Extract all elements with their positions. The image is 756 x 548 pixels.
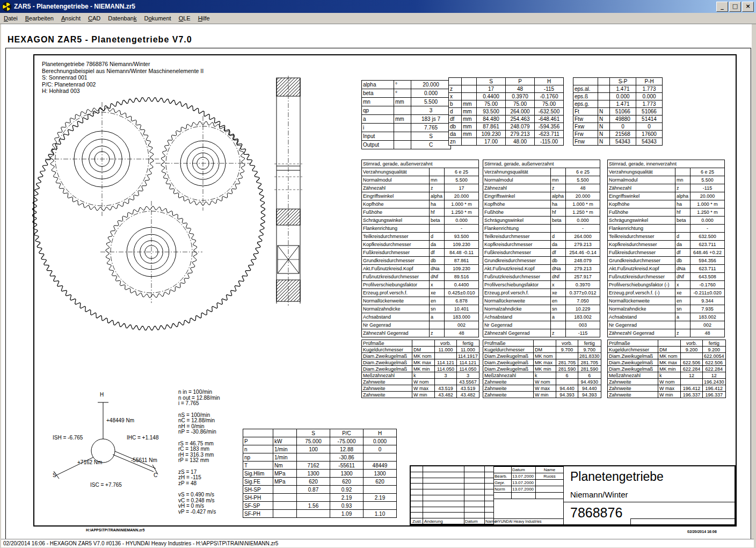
cell: 1300: [364, 470, 397, 478]
table-row: FrwN2156817600: [573, 131, 663, 138]
cell: x: [551, 281, 566, 289]
table-row: Fußhöhehf1.250 * m: [483, 208, 600, 217]
cell: en: [551, 297, 566, 305]
cell: da: [430, 241, 445, 249]
cell: z: [675, 184, 690, 192]
table-row: Eingriffswinkelalpha20.000: [608, 192, 725, 200]
cell: 264.000: [506, 108, 535, 116]
column-header: Name: [536, 467, 564, 473]
report-page: HEXAGON ZAR5 - Planetengetriebe V7.0 Pla…: [1, 24, 752, 539]
cell: [494, 493, 512, 499]
cell: 1.471: [610, 100, 636, 108]
cell: Nr Gegenrad: [483, 321, 551, 329]
menu-ansicht[interactable]: Ansicht: [57, 14, 84, 23]
cell: Achsabstand: [608, 313, 675, 321]
cell: 622.284: [703, 366, 726, 372]
minimize-button[interactable]: _: [716, 2, 728, 12]
menu-datei[interactable]: Datei: [0, 14, 21, 23]
cell: 20.000: [690, 192, 725, 200]
cell: 183 js 7: [411, 115, 451, 124]
menu-bar: DateiBearbeitenAnsichtCADDatenbankDokume…: [0, 13, 756, 24]
cell: [536, 486, 564, 493]
cell: dNa: [430, 265, 445, 273]
cell: Akt.Fußnutzkreisd.Kopf: [483, 265, 551, 273]
cell: alpha: [551, 192, 566, 200]
cell: 643.508: [690, 273, 725, 281]
cell: 54343: [636, 138, 663, 146]
cell: 5.500: [445, 176, 479, 184]
close-button[interactable]: ×: [742, 2, 754, 12]
cell: 1.000 * m: [445, 200, 479, 208]
table-row: Norm13.07.2000: [494, 486, 564, 493]
divider: [630, 518, 631, 524]
power-table: SP/CHPkW75.000-75.0000.000n1/min10012.88…: [243, 429, 397, 518]
cell: 279.213: [506, 131, 535, 138]
table-row: Verzahnungsqualität6 e 25: [483, 168, 600, 176]
table-row: damm109.230279.213-623.711: [449, 131, 564, 138]
cell: 622.506: [681, 359, 703, 366]
cell: Akt.Fußnutzkreisd.Kopf: [362, 265, 430, 273]
cell: Normalmodul: [362, 176, 430, 184]
cell: Zahnweite: [608, 379, 658, 385]
cell: 0.92: [330, 486, 364, 494]
table-row: Profilverschiebungsfaktor (-)x-0.1760: [608, 281, 725, 289]
cell: mm: [462, 131, 477, 138]
cell: ha: [675, 200, 690, 208]
cell: -0.1760: [535, 93, 564, 100]
cell: 9.344: [690, 297, 725, 305]
cell: 3: [457, 372, 479, 379]
table-row: Erzeug.prof.versch.f.xe0.377±0.012: [483, 289, 600, 297]
title-block-main: Planetengetriebe Niemann/Winter 7868876: [563, 466, 735, 524]
table-row: dmm93.500264.000-632.500: [449, 108, 564, 116]
cell: N: [598, 123, 610, 131]
maximize-button[interactable]: □: [729, 2, 741, 12]
table-row: Zähnezahl Gegenradz48: [608, 329, 725, 337]
cell: [598, 100, 610, 108]
cell: Akt.Fußnutzkreisd.Kopf: [608, 265, 675, 273]
cell: -0.211±0.020: [690, 289, 725, 297]
cell: 0: [364, 445, 397, 453]
cell: 196.337: [681, 392, 703, 398]
cell: Kopfhöhe: [483, 200, 551, 208]
cell: Normalzahndicke: [483, 305, 551, 313]
column-header: vorb.: [556, 340, 578, 347]
cell: Zahnweite: [362, 392, 412, 398]
column-header: [573, 78, 598, 85]
kinematics-group: zS = 17zH = -115zP = 48: [178, 470, 220, 487]
cell: [681, 379, 703, 385]
cell: DM: [412, 347, 435, 353]
table-row: alpha°20.000: [362, 81, 451, 89]
table-row: ZahnweiteW min94.39394.393: [483, 392, 601, 398]
cell: mm: [462, 100, 477, 108]
cell: 75.00: [506, 100, 535, 108]
menu-ole[interactable]: OLE: [175, 14, 194, 23]
table-row: Fußkreisdurchmesserdf254.46 -0.14: [483, 249, 600, 257]
stirnrad-table-planet: Stirnrad, gerade, außenverzahntVerzahnun…: [483, 160, 600, 337]
cell: eps.g.: [573, 100, 598, 108]
cell: Flankenrichtung: [483, 225, 551, 233]
cell: SF-SP: [243, 502, 273, 510]
table-row: Normalmodulmn5.500: [362, 176, 479, 184]
cell: 623.711: [690, 265, 725, 273]
cell: eps.al.: [573, 85, 598, 93]
menu-dokument[interactable]: Dokument: [140, 14, 175, 23]
cell: Kugeldurchmesser: [483, 347, 534, 353]
kinematics-block: n in = 100/minn out = 12.88/mini = 7.765…: [178, 390, 220, 521]
menu-datenbank[interactable]: Datenbank: [104, 14, 140, 23]
cell: 5.500: [690, 176, 725, 184]
cell: 1.250 * m: [566, 208, 600, 217]
cell: 75.00: [535, 100, 564, 108]
cell: Flankenrichtung: [608, 225, 675, 233]
cell: [430, 168, 445, 176]
cell: -115.00: [535, 138, 564, 146]
cell: 94.393: [578, 392, 601, 398]
menu-cad[interactable]: CAD: [84, 14, 104, 23]
cell: [364, 502, 397, 510]
menu-bearbeiten[interactable]: Bearbeiten: [21, 14, 57, 23]
menu-hilfe[interactable]: Hilfe: [194, 14, 214, 23]
column-header: Prüfmaße: [362, 340, 412, 347]
cell: 623.711: [690, 241, 725, 249]
cell: T: [243, 462, 273, 470]
cell: 13.07.2000: [512, 473, 536, 480]
table-row: Normalzahndickesn7.935: [608, 305, 725, 313]
